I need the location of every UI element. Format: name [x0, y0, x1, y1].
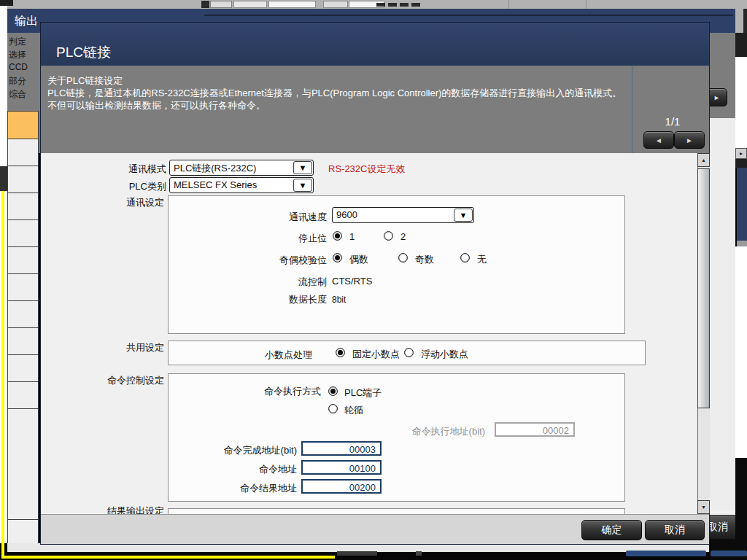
table-row[interactable] [8, 166, 38, 193]
exec-mode-radio-poll[interactable] [328, 404, 338, 413]
decimal-radio-float[interactable] [404, 348, 414, 357]
table-row[interactable] [8, 139, 38, 166]
table-row[interactable] [8, 193, 38, 220]
comm-mode-dropdown[interactable]: PLC链接(RS-232C) ▼ [169, 160, 314, 176]
toolbar-button[interactable] [323, 1, 348, 8]
exec-mode-option-poll[interactable]: 轮循 [344, 404, 363, 417]
right-edge-dark2 [735, 33, 747, 57]
dropdown-arrow-icon[interactable]: ▼ [454, 209, 473, 222]
right-edge-white [735, 57, 747, 148]
parity-option-even[interactable]: 偶数 [349, 253, 368, 266]
result-output-label: 结果输出设定 [86, 505, 164, 514]
scroll-down-icon: ▼ [701, 505, 706, 510]
decimal-option-fixed[interactable]: 固定小数点 [352, 348, 400, 361]
table-row[interactable] [8, 328, 38, 355]
toolbar-button[interactable] [268, 1, 316, 8]
description-divider [632, 66, 632, 153]
clipped-toolbar-text [411, 3, 420, 7]
exec-addr-label: 命令执行地址(bit) [398, 425, 485, 438]
right-edge-black [735, 458, 747, 560]
result-addr-label: 命令结果地址 [224, 482, 297, 495]
parity-option-none[interactable]: 无 [477, 253, 487, 266]
clipped-toolbar-text [388, 3, 397, 7]
scrollbar-thumb[interactable] [697, 168, 710, 408]
speed-label: 通讯速度 [255, 211, 327, 224]
description-heading: 关于PLC链接设定 [47, 74, 123, 88]
sidebar-item[interactable]: 部分 [9, 75, 39, 86]
data-length-value: 8bit [332, 295, 346, 305]
table-row[interactable] [8, 274, 38, 301]
exec-mode-label: 命令执行方式 [241, 385, 321, 398]
description-line2: 不但可以输出检测结果数据，还可以执行各种命令。 [47, 99, 266, 112]
small-right-arrow-icon: ▸ [740, 150, 743, 157]
decimal-option-float[interactable]: 浮动小数点 [421, 348, 468, 361]
toolbar-button[interactable] [210, 1, 232, 8]
description-line1: PLC链接，是通过本机的RS-232C连接器或Ethernet连接器，与PLC(… [47, 87, 622, 100]
right-edge-dark [743, 9, 747, 33]
stop-bit-option-2[interactable]: 2 [400, 231, 406, 242]
scrollbar-down-button[interactable]: ▼ [697, 500, 710, 514]
speed-value: 9600 [333, 208, 453, 222]
decimal-radio-fixed[interactable] [336, 348, 345, 357]
table-row[interactable] [8, 409, 38, 520]
result-addr-input[interactable]: 00200 [301, 479, 382, 494]
comm-settings-label: 通讯设定 [95, 196, 164, 209]
sidebar-item[interactable]: 选择 [9, 49, 39, 60]
table-row[interactable] [8, 247, 38, 274]
dropdown-arrow-icon[interactable]: ▼ [293, 161, 312, 174]
scrollbar-up-button[interactable]: ▲ [697, 153, 710, 167]
command-control-label: 命令控制设定 [86, 374, 164, 387]
parity-radio-even[interactable] [333, 253, 342, 262]
stop-bit-label: 停止位 [255, 232, 327, 245]
table-row[interactable] [8, 355, 38, 382]
statusbar-dash [416, 551, 422, 556]
comm-mode-value: PLC链接(RS-232C) [170, 160, 293, 175]
plc-type-dropdown[interactable]: MELSEC FX Series ▼ [169, 177, 314, 193]
right-scrollbar-thumb[interactable] [737, 168, 747, 241]
right-edge-white2 [735, 246, 747, 458]
cmd-addr-label: 命令地址 [224, 463, 297, 476]
parity-radio-odd[interactable] [398, 253, 408, 262]
right-edge-dark3 [735, 159, 747, 168]
output-window-title: 输出 [15, 14, 38, 29]
sidebar-item[interactable]: CCD [9, 62, 39, 73]
right-scrollbar-cap [737, 241, 747, 246]
pager-prev-button[interactable]: ◄ [643, 131, 674, 149]
ok-button[interactable]: 确定 [581, 520, 642, 540]
toolbar-dark-button[interactable] [201, 1, 209, 8]
parity-label: 奇偶校验位 [255, 254, 327, 267]
sidebar-item[interactable]: 判定 [9, 36, 39, 47]
comm-mode-label: 通讯模式 [95, 163, 166, 176]
stop-bit-option-1[interactable]: 1 [349, 231, 355, 242]
parity-radio-none[interactable] [460, 253, 470, 262]
clipped-toolbar-text [400, 3, 409, 7]
stop-bit-radio-1[interactable] [333, 231, 342, 241]
parity-option-odd[interactable]: 奇数 [415, 253, 434, 266]
table-row[interactable] [8, 382, 38, 409]
exec-mode-radio-plc[interactable] [328, 386, 338, 396]
pager-next-icon: ► [686, 136, 693, 144]
yellow-selection-vline [1, 191, 4, 559]
table-row-selected[interactable] [8, 112, 38, 139]
flow-control-value: CTS/RTS [332, 276, 372, 287]
flow-table-column [7, 111, 39, 552]
dropdown-arrow-icon[interactable]: ▼ [293, 179, 312, 192]
sidebar-item[interactable]: 综合 [9, 88, 39, 99]
table-row[interactable] [8, 220, 38, 247]
complete-addr-input[interactable]: 00003 [301, 441, 382, 456]
table-row[interactable] [8, 301, 38, 328]
stop-bit-radio-2[interactable] [384, 231, 393, 241]
toolbar-divider [508, 0, 509, 9]
pager-next-button[interactable]: ► [674, 131, 705, 149]
statusbar-blue-segment [626, 551, 706, 556]
decimal-label: 小数点处理 [241, 349, 312, 362]
cancel-button[interactable]: 取消 [645, 520, 705, 540]
toolbar-button[interactable] [233, 1, 267, 8]
right-scroll-arrow-button[interactable]: ▸ [735, 148, 747, 159]
plc-dialog-title: PLC链接 [56, 43, 111, 62]
exec-mode-option-plc[interactable]: PLC端子 [344, 386, 382, 400]
rs232c-warning: RS-232C设定无效 [328, 163, 405, 176]
cmd-addr-input[interactable]: 00100 [301, 460, 382, 475]
speed-dropdown[interactable]: 9600 ▼ [332, 207, 474, 223]
plc-type-label: PLC类别 [95, 180, 166, 193]
